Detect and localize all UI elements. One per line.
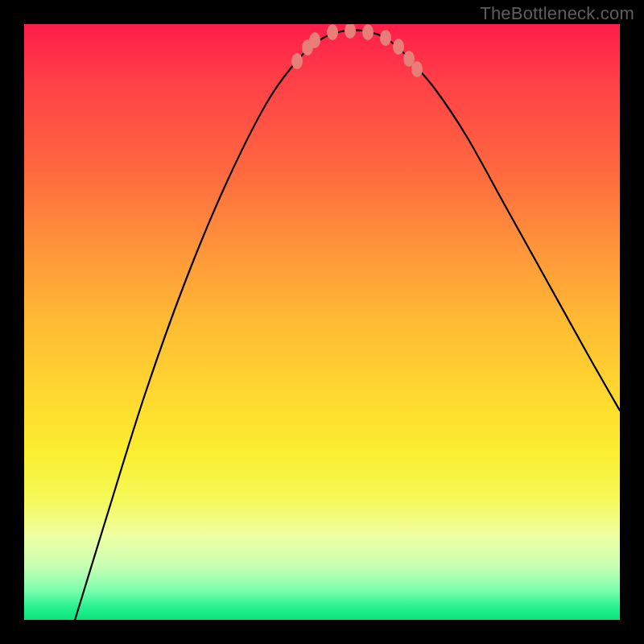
curve-svg bbox=[24, 24, 620, 620]
plot-area bbox=[24, 24, 620, 620]
highlight-marker bbox=[309, 32, 320, 48]
highlight-markers bbox=[291, 24, 423, 77]
highlight-marker bbox=[411, 61, 423, 77]
highlight-marker bbox=[362, 24, 374, 40]
bottleneck-curve bbox=[70, 30, 620, 620]
highlight-marker bbox=[380, 30, 391, 46]
highlight-marker bbox=[393, 39, 404, 55]
highlight-marker bbox=[345, 24, 356, 39]
highlight-marker bbox=[291, 53, 303, 69]
highlight-marker bbox=[327, 24, 338, 40]
chart-frame: TheBottleneck.com bbox=[0, 0, 644, 644]
watermark-text: TheBottleneck.com bbox=[480, 3, 634, 24]
